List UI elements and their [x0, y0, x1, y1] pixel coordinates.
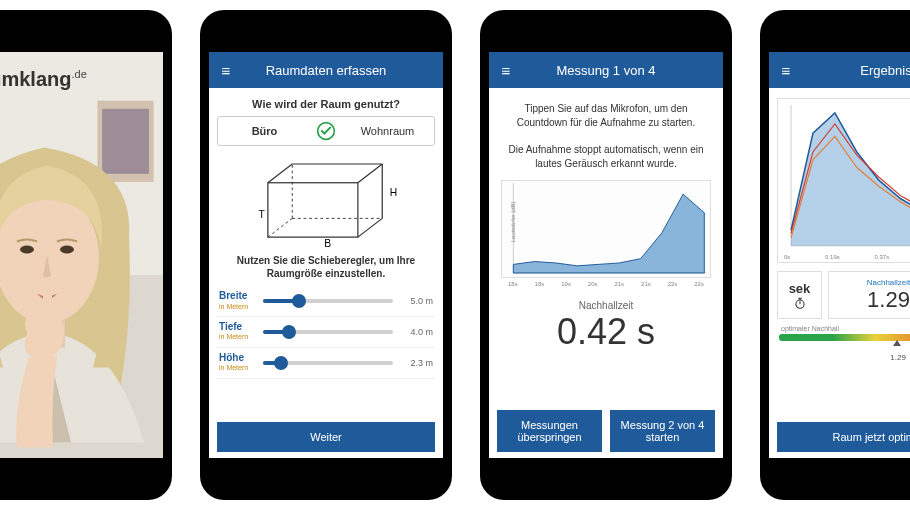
header-title: Messung 1 von 4 [523, 63, 723, 78]
tile-unit: sek [777, 271, 822, 319]
header-title: Raumdaten erfassen [243, 63, 443, 78]
menu-icon[interactable]: ≡ [489, 62, 523, 79]
room-cube-diagram: T B H [251, 154, 401, 249]
gauge: optimaler Nachhall 1.29 [779, 325, 910, 362]
slider-track[interactable] [263, 330, 393, 334]
waveform-chart: Lautstärke (dB) 18s18s19s20s21s21s22s22s [501, 180, 711, 278]
skip-button[interactable]: Messungen überspringen [497, 410, 602, 452]
reverb-label: Nachhallzeit [497, 300, 715, 311]
optimize-button[interactable]: Raum jetzt optimieren [777, 422, 910, 452]
svg-line-17 [268, 218, 292, 237]
header-title: Ergebnis [803, 63, 910, 78]
tile-reverb: Nachhallzeit 1.29 [828, 271, 910, 319]
instruction-1: Tippen Sie auf das Mikrofon, um den Coun… [503, 102, 709, 129]
stopwatch-icon [793, 296, 807, 310]
usage-option-buero[interactable]: Büro [218, 117, 311, 145]
next-button[interactable]: Weiter [217, 422, 435, 452]
svg-rect-11 [268, 183, 358, 237]
svg-line-13 [358, 164, 382, 183]
menu-icon[interactable]: ≡ [209, 62, 243, 79]
next-measure-button[interactable]: Messung 2 von 4 starten [610, 410, 715, 452]
reverb-value: 0.42 s [497, 311, 715, 353]
phone-result: ≡ Ergebnis 0s0.19s0.37s0.56s0.75s sek Na… [760, 10, 910, 500]
svg-point-7 [20, 246, 34, 254]
usage-question: Wie wird der Raum genutzt? [217, 98, 435, 110]
brand-logo: myRaumklang.de [0, 68, 87, 91]
header: ≡ Raumdaten erfassen [209, 52, 443, 88]
svg-text:T: T [259, 209, 266, 220]
svg-text:H: H [390, 187, 397, 198]
decay-chart: 0s0.19s0.37s0.56s0.75s [777, 98, 910, 263]
slider-row[interactable]: Tiefein Metern 4.0 m [217, 317, 435, 348]
svg-line-12 [268, 164, 292, 183]
slider-instruction: Nutzen Sie die Schieberegler, um Ihre Ra… [221, 255, 431, 280]
svg-line-14 [358, 218, 382, 237]
portrait-woman-shh [0, 107, 163, 458]
header: ≡ Ergebnis [769, 52, 910, 88]
slider-row[interactable]: Breitein Metern 5.0 m [217, 286, 435, 317]
usage-option-wohnraum[interactable]: Wohnraum [341, 117, 434, 145]
slider-track[interactable] [263, 299, 393, 303]
slider-track[interactable] [263, 361, 393, 365]
slider-group: Breitein Metern 5.0 mTiefein Metern 4.0 … [217, 286, 435, 379]
splash-screen: myRaumklang.de [0, 52, 163, 458]
header: ≡ Messung 1 von 4 [489, 52, 723, 88]
phone-splash: myRaumklang.de [0, 10, 172, 500]
phone-roomdata: ≡ Raumdaten erfassen Wie wird der Raum g… [200, 10, 452, 500]
svg-point-8 [60, 246, 74, 254]
instruction-2: Die Aufnahme stoppt automatisch, wenn ei… [503, 143, 709, 170]
menu-icon[interactable]: ≡ [769, 62, 803, 79]
slider-row[interactable]: Höhein Metern 2.3 m [217, 348, 435, 379]
phone-measure: ≡ Messung 1 von 4 Tippen Sie auf das Mik… [480, 10, 732, 500]
usage-segmented[interactable]: Büro Wohnraum [217, 116, 435, 146]
check-icon [311, 117, 341, 145]
svg-text:B: B [324, 238, 331, 249]
